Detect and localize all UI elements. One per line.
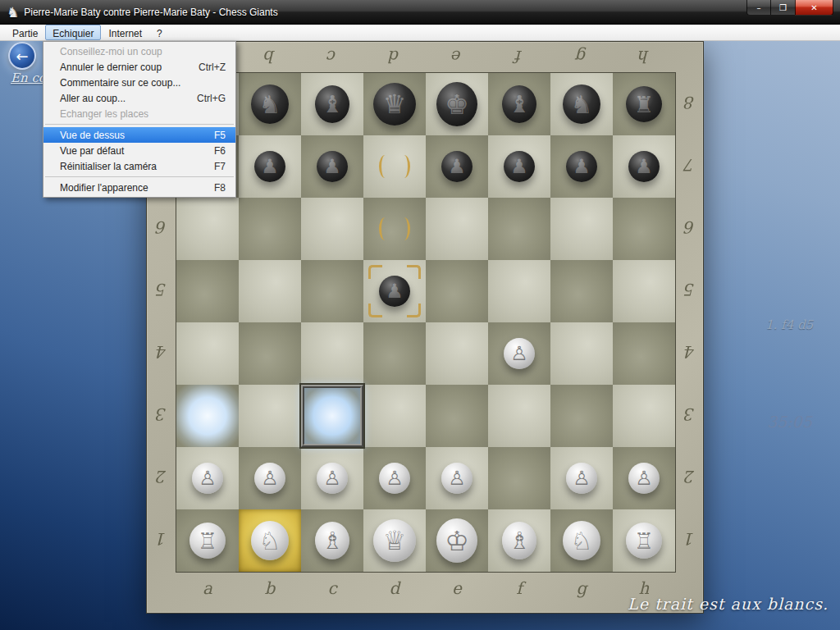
piece-black-rook-h8[interactable]: ♜ [626, 86, 662, 122]
rank-label-right-6: 6 [678, 217, 702, 237]
piece-black-king-e8[interactable]: ♚ [436, 82, 477, 126]
square-d4[interactable] [363, 322, 426, 385]
square-g3[interactable] [550, 385, 613, 447]
square-g6[interactable] [550, 198, 613, 260]
square-f5[interactable] [488, 260, 550, 322]
square-b3[interactable] [239, 385, 301, 447]
menubar-item-item[interactable]: ? [149, 25, 170, 40]
square-f2[interactable] [488, 447, 550, 509]
piece-white-bishop-c1[interactable]: ♗ [315, 522, 349, 559]
back-button[interactable]: ← [8, 42, 36, 70]
square-c4[interactable] [301, 322, 363, 385]
menu-item-aller-au-coup[interactable]: Aller au coup...Ctrl+G [43, 90, 235, 106]
piece-white-pawn-a2[interactable]: ♙ [192, 463, 223, 494]
rank-label-right-8: 8 [678, 93, 702, 112]
square-d3[interactable] [363, 385, 426, 447]
menubar-item-echiquier[interactable]: Echiquier [45, 25, 101, 40]
menu-item-annuler-le-dernier-coup[interactable]: Annuler le dernier coupCtrl+Z [43, 59, 235, 75]
chess-board: ♜♞♝♛♚♝♞♜♟♟♟♟♟♟♟♟♙♙♙♙♙♙♙♙♖♘♗♕♔♗♘♖ [176, 72, 676, 573]
menu-item-commentaire-sur-ce-coup[interactable]: Commentaire sur ce coup... [43, 75, 235, 90]
square-g4[interactable] [550, 322, 613, 385]
menubar-item-partie[interactable]: Partie [5, 25, 45, 40]
piece-white-pawn-h2[interactable]: ♙ [628, 463, 660, 494]
piece-black-pawn-b7[interactable]: ♟ [254, 151, 285, 182]
piece-white-king-e1[interactable]: ♔ [436, 518, 477, 563]
file-label-top-b: b [239, 47, 301, 66]
piece-black-pawn-e7[interactable]: ♟ [441, 151, 472, 182]
menubar-item-internet[interactable]: Internet [101, 25, 149, 40]
square-d6[interactable] [363, 198, 426, 260]
piece-white-pawn-f4[interactable]: ♙ [504, 338, 535, 369]
square-g5[interactable] [550, 260, 613, 322]
piece-white-rook-h1[interactable]: ♖ [626, 523, 662, 559]
piece-white-pawn-b2[interactable]: ♙ [254, 463, 285, 494]
square-c5[interactable] [301, 260, 363, 322]
square-f6[interactable] [488, 198, 550, 260]
menu-item-reinitialiser-la-camera[interactable]: Réinitialiser la caméraF7 [43, 158, 235, 174]
square-e5[interactable] [426, 260, 488, 322]
square-h3[interactable] [613, 385, 675, 447]
square-h5[interactable] [613, 260, 675, 322]
piece-black-pawn-g7[interactable]: ♟ [566, 151, 597, 182]
square-c3[interactable] [301, 385, 363, 447]
menu-separator [45, 176, 234, 177]
square-a5[interactable] [176, 260, 239, 322]
square-a3[interactable] [176, 385, 239, 447]
menu-item-shortcut: F7 [214, 161, 226, 172]
piece-white-pawn-d2[interactable]: ♙ [379, 463, 410, 494]
square-e6[interactable] [426, 198, 488, 260]
piece-white-pawn-g2[interactable]: ♙ [566, 463, 597, 494]
title-bar[interactable]: ♞ Pierre-Marie Baty contre Pierre-Marie … [0, 0, 840, 25]
menu-bar: PartieEchiquierInternet? [0, 25, 840, 41]
square-a6[interactable] [176, 198, 239, 260]
piece-white-queen-d1[interactable]: ♕ [373, 519, 416, 562]
menu-item-label: Conseillez-moi un coup [60, 46, 211, 57]
rank-label-right-1: 1 [678, 529, 702, 549]
square-b6[interactable] [239, 198, 301, 260]
square-e4[interactable] [426, 322, 488, 385]
square-f3[interactable] [488, 385, 550, 447]
file-label-top-c: c [301, 47, 363, 66]
square-d7[interactable] [363, 135, 426, 198]
piece-black-pawn-c7[interactable]: ♟ [317, 151, 348, 182]
menu-item-conseillez-moi-un-coup: Conseillez-moi un coup [43, 43, 235, 59]
square-c6[interactable] [301, 198, 363, 260]
piece-black-knight-g8[interactable]: ♞ [563, 84, 600, 124]
piece-black-knight-b8[interactable]: ♞ [251, 84, 289, 124]
restore-button[interactable]: ❐ [771, 0, 795, 16]
square-a4[interactable] [176, 322, 239, 385]
rank-label-right-2: 2 [678, 467, 702, 486]
minimize-button[interactable]: – [746, 0, 771, 16]
menu-item-modifier-l-apparence[interactable]: Modifier l'apparenceF8 [43, 180, 235, 195]
square-b5[interactable] [239, 260, 301, 322]
piece-black-pawn-d5[interactable]: ♟ [379, 276, 410, 307]
menu-item-shortcut: F6 [214, 145, 226, 157]
piece-black-pawn-h7[interactable]: ♟ [628, 151, 660, 182]
piece-white-pawn-e2[interactable]: ♙ [441, 463, 472, 494]
menu-item-label: Annuler le dernier coup [60, 62, 184, 73]
square-h6[interactable] [613, 198, 675, 260]
piece-white-knight-b1[interactable]: ♘ [251, 521, 289, 560]
menu-item-vue-par-defaut[interactable]: Vue par défautF6 [43, 143, 235, 158]
square-b4[interactable] [239, 322, 301, 385]
echiquier-menu-popup: Conseillez-moi un coupAnnuler le dernier… [43, 41, 236, 198]
piece-white-rook-a1[interactable]: ♖ [189, 523, 226, 559]
menu-item-vue-de-dessus[interactable]: Vue de dessusF5 [43, 127, 235, 143]
menu-separator [45, 124, 234, 125]
piece-black-queen-d8[interactable]: ♛ [373, 83, 416, 126]
close-button[interactable]: ✕ [795, 0, 833, 16]
piece-black-bishop-c8[interactable]: ♝ [315, 85, 349, 123]
piece-white-pawn-c2[interactable]: ♙ [317, 463, 348, 494]
file-label-top-d: d [363, 47, 426, 66]
piece-white-bishop-f1[interactable]: ♗ [502, 522, 536, 559]
piece-black-pawn-f7[interactable]: ♟ [504, 151, 535, 182]
square-h4[interactable] [613, 322, 675, 385]
clock-display: 35:05 [767, 413, 812, 431]
menu-item-shortcut: Ctrl+Z [199, 62, 226, 73]
move-list: 1. f4 d5 [765, 317, 813, 332]
square-e3[interactable] [426, 385, 488, 447]
file-label-bottom-b: b [239, 578, 301, 598]
window-controls: – ❐ ✕ [746, 0, 833, 16]
piece-white-knight-g1[interactable]: ♘ [563, 521, 600, 560]
piece-black-bishop-f8[interactable]: ♝ [502, 85, 536, 123]
